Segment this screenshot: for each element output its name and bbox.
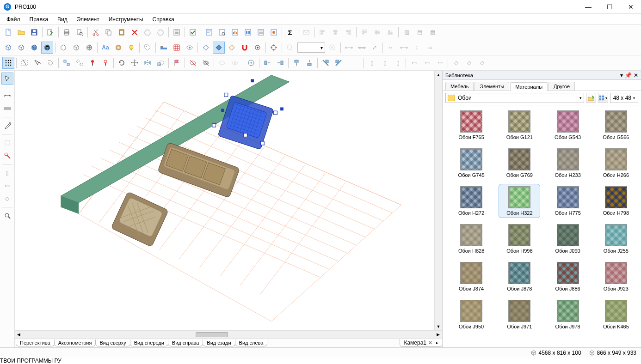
material-item[interactable]: Обои H272 — [450, 184, 492, 218]
library-folder-combo[interactable]: Обои ▾ — [445, 93, 584, 103]
align-right-icon[interactable] — [342, 26, 354, 38]
report1-icon[interactable] — [203, 26, 215, 38]
close-button[interactable]: ✕ — [624, 2, 637, 12]
material-item[interactable]: Обои H322 — [499, 184, 540, 218]
thumb-size-combo[interactable]: 48 x 48 ▾ — [610, 93, 638, 103]
textured-icon[interactable] — [41, 42, 53, 54]
grid-icon[interactable] — [171, 42, 183, 54]
undo-icon[interactable] — [142, 26, 154, 38]
dim-w-icon[interactable]: ⟺ — [356, 42, 368, 54]
drill3-tool[interactable]: ◇ — [1, 193, 13, 205]
dist3-icon[interactable]: ▯ — [392, 57, 404, 69]
material-item[interactable]: Обои J950 — [450, 297, 492, 332]
shade3-icon[interactable] — [83, 42, 95, 54]
new-icon[interactable] — [2, 26, 14, 38]
material-item[interactable]: Обои G121 — [499, 108, 540, 142]
dim-line-icon[interactable]: ↔ — [385, 42, 397, 54]
text-label-icon[interactable]: Aa — [99, 42, 111, 54]
material-item[interactable]: Обои J978 — [547, 297, 589, 332]
dist4-icon[interactable]: ▭ — [408, 57, 420, 69]
tab-perspective[interactable]: Перспектива — [16, 340, 55, 346]
ruler-tool[interactable] — [1, 103, 13, 115]
report4-icon[interactable] — [242, 26, 254, 38]
align-bottom-icon[interactable] — [384, 26, 396, 38]
dist2-icon[interactable]: ▯ — [379, 57, 391, 69]
pin2-icon[interactable] — [99, 57, 111, 69]
material-item[interactable]: Обои F765 — [450, 108, 492, 142]
tab-back[interactable]: Вид сзади — [203, 340, 235, 346]
zoom-out-icon[interactable] — [284, 42, 296, 54]
op1-icon[interactable] — [261, 57, 273, 69]
op3-icon[interactable] — [290, 57, 302, 69]
deselect-icon[interactable] — [31, 57, 43, 69]
selgrid-icon[interactable] — [2, 57, 14, 69]
panel-close-icon[interactable]: ✕ — [634, 72, 638, 79]
op2-icon[interactable] — [274, 57, 286, 69]
print-preview-icon[interactable] — [74, 26, 86, 38]
distribute-h-icon[interactable]: ▥ — [401, 26, 413, 38]
align-center-h-icon[interactable] — [329, 26, 341, 38]
group-icon[interactable] — [61, 57, 73, 69]
op5-icon[interactable] — [320, 57, 332, 69]
material-item[interactable]: Обои G745 — [450, 146, 492, 180]
sphere-icon[interactable] — [112, 42, 124, 54]
mirror-icon[interactable] — [142, 57, 154, 69]
report6-icon[interactable] — [268, 26, 280, 38]
panel-menu-icon[interactable]: ▾ — [620, 72, 623, 79]
library-view-button[interactable]: ▾ — [598, 93, 608, 103]
material-item[interactable]: Обои H828 — [450, 222, 492, 256]
dropper-tool[interactable] — [1, 120, 13, 132]
libtab-elements[interactable]: Элементы — [475, 82, 509, 91]
cursor-tool[interactable] — [1, 73, 13, 85]
wireframe-icon[interactable] — [2, 42, 14, 54]
material-item[interactable]: Обои J923 — [595, 260, 637, 294]
align-middle-icon[interactable] — [371, 26, 383, 38]
delete-icon[interactable] — [129, 26, 141, 38]
viewport-hscroll[interactable]: ◀ ▶ — [15, 330, 442, 338]
tag-icon[interactable] — [142, 42, 154, 54]
print-icon[interactable] — [61, 26, 73, 38]
bulb-icon[interactable] — [125, 42, 137, 54]
material-item[interactable]: Обои K465 — [595, 297, 637, 332]
move-icon[interactable] — [129, 57, 141, 69]
cut-icon[interactable] — [90, 26, 102, 38]
dist6-icon[interactable]: ▭ — [434, 57, 446, 69]
material-item[interactable]: Обои J090 — [547, 222, 589, 256]
dist5-icon[interactable]: ▭ — [421, 57, 433, 69]
magnet-icon[interactable] — [239, 42, 251, 54]
flat-shade-icon[interactable] — [28, 42, 40, 54]
dim-box-icon[interactable]: ▭ — [424, 42, 436, 54]
find-tool[interactable] — [1, 210, 13, 222]
viewport-vscroll[interactable]: ▲▼ — [434, 71, 442, 330]
material-item[interactable]: Обои J874 — [450, 260, 492, 294]
paste-icon[interactable] — [116, 26, 128, 38]
center-icon[interactable] — [245, 57, 257, 69]
menu-element[interactable]: Элемент — [73, 15, 103, 24]
align-top-icon[interactable] — [358, 26, 370, 38]
distribute-v-icon[interactable]: ▤ — [413, 26, 425, 38]
menu-tools[interactable]: Инструменты — [105, 15, 147, 24]
ungroup-icon[interactable] — [74, 57, 86, 69]
redo-icon[interactable] — [154, 26, 166, 38]
dim-h-icon[interactable]: ⟷ — [343, 42, 355, 54]
report3-icon[interactable] — [229, 26, 241, 38]
select-all-icon[interactable] — [18, 57, 31, 69]
material-item[interactable]: Обои H798 — [595, 184, 637, 218]
minimize-button[interactable]: — — [582, 2, 595, 12]
dist1-icon[interactable]: ▯ — [366, 57, 378, 69]
material-item[interactable]: Обои G543 — [547, 108, 589, 142]
material-item[interactable]: Обои H233 — [547, 146, 589, 180]
scale-icon[interactable] — [154, 57, 166, 69]
hide2-icon[interactable] — [200, 57, 212, 69]
target-icon[interactable] — [252, 42, 264, 54]
snap2-icon[interactable] — [213, 42, 225, 54]
libtab-materials[interactable]: Материалы — [510, 82, 548, 91]
dimension-tool[interactable] — [1, 90, 13, 102]
target2-icon[interactable] — [268, 42, 280, 54]
material-item[interactable]: Обои G769 — [499, 146, 540, 180]
menu-edit[interactable]: Правка — [26, 15, 52, 24]
material-item[interactable]: Обои G566 — [595, 108, 637, 142]
box-tool[interactable] — [1, 137, 13, 149]
hide-icon[interactable] — [187, 57, 199, 69]
bed-icon[interactable] — [158, 42, 170, 54]
